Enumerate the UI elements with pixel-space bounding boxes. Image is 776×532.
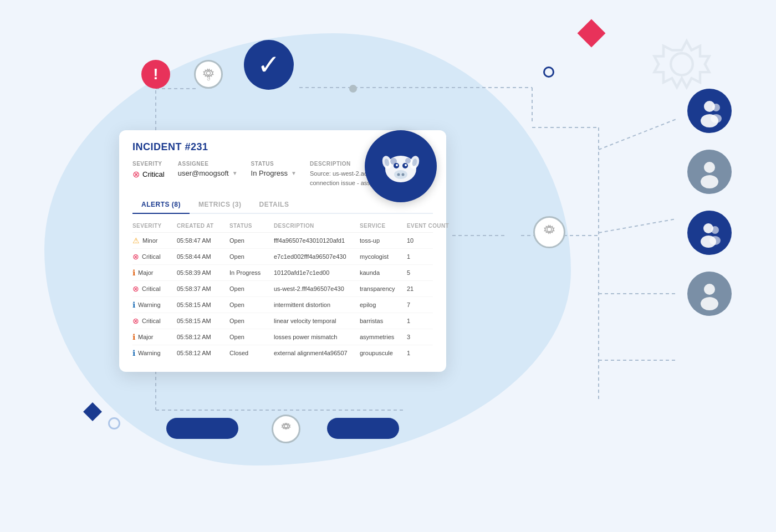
svg-point-23 — [701, 175, 718, 188]
scene: ! ↺ ✓ — [0, 0, 776, 532]
table-row[interactable]: ⊗ Critical 05:58:15 AM Open linear veloc… — [132, 313, 433, 329]
tab-details[interactable]: DETAILS — [251, 196, 298, 213]
severity-cell: ℹ Warning — [132, 349, 177, 357]
svg-point-42 — [390, 158, 397, 165]
severity-value: ⊗ Critical — [132, 169, 165, 180]
gear-circle-right-icon — [533, 216, 565, 248]
severity-field: SEVERITY ⊗ Critical — [132, 161, 165, 180]
severity-cell: ⚠ Minor — [132, 237, 177, 244]
critical-icon: ⊗ — [132, 253, 139, 260]
assignee-field: ASSIGNEE user@moogsoft ▼ — [178, 161, 238, 177]
gear-circle-1-icon: ↺ — [194, 60, 223, 89]
status-dropdown-arrow[interactable]: ▼ — [291, 170, 297, 176]
pill-button-1[interactable] — [166, 418, 238, 439]
exclamation-circle-icon: ! — [141, 60, 170, 89]
avatar-4 — [687, 272, 732, 316]
severity-cell: ℹ Major — [132, 333, 177, 341]
circle-outline-top-right — [543, 66, 554, 78]
avatar-1 — [687, 89, 732, 133]
major-icon: ℹ — [132, 333, 135, 341]
tab-metrics[interactable]: METRICS (3) — [190, 196, 251, 213]
svg-point-27 — [709, 236, 721, 245]
severity-label: SEVERITY — [132, 161, 165, 167]
checkmark-circle-icon: ✓ — [244, 40, 294, 90]
table-row[interactable]: ⚠ Minor 05:58:47 AM Open fff4a96507e4301… — [132, 233, 433, 249]
severity-cell: ℹ Warning — [132, 301, 177, 309]
cow-icon — [365, 130, 437, 202]
major-icon: ℹ — [132, 269, 135, 277]
svg-point-13 — [671, 53, 693, 75]
svg-point-38 — [405, 164, 407, 166]
table-row[interactable]: ℹ Warning 05:58:12 AM Closed external al… — [132, 345, 433, 361]
severity-cell: ⊗ Critical — [132, 253, 177, 260]
svg-point-37 — [396, 164, 398, 166]
svg-point-28 — [704, 284, 715, 295]
avatar-container — [687, 89, 732, 316]
warning-icon: ℹ — [132, 349, 135, 357]
assignee-value[interactable]: user@moogsoft ▼ — [178, 169, 238, 177]
avatar-3 — [687, 211, 732, 255]
small-dot — [349, 85, 357, 93]
svg-text:↺: ↺ — [207, 77, 211, 82]
avatar-2 — [687, 150, 732, 194]
table-row[interactable]: ℹ Major 05:58:12 AM Open losses power mi… — [132, 329, 433, 345]
diamond-pink-icon — [578, 19, 606, 48]
svg-point-43 — [405, 158, 411, 163]
circle-outline-bottom-left — [108, 417, 120, 429]
status-label: STATUS — [251, 161, 297, 167]
assignee-label: ASSIGNEE — [178, 161, 238, 167]
severity-cell: ⊗ Critical — [132, 285, 177, 293]
tab-alerts[interactable]: ALERTS (8) — [132, 196, 190, 213]
svg-point-29 — [701, 297, 718, 310]
table-row[interactable]: ℹ Warning 05:58:15 AM Open intermittent … — [132, 297, 433, 313]
svg-point-20 — [712, 104, 720, 111]
svg-line-8 — [599, 219, 676, 233]
minor-icon: ⚠ — [132, 237, 140, 244]
alerts-table: SEVERITY CREATED AT STATUS DESCRIPTION S… — [132, 221, 433, 361]
severity-cell: ℹ Major — [132, 269, 177, 277]
table-row[interactable]: ⊗ Critical 05:58:37 AM Open us-west-2.ff… — [132, 281, 433, 297]
severity-cell: ⊗ Critical — [132, 317, 177, 325]
critical-icon: ⊗ — [132, 317, 139, 325]
table-header: SEVERITY CREATED AT STATUS DESCRIPTION S… — [132, 221, 433, 233]
svg-point-22 — [704, 162, 715, 173]
critical-dot-icon: ⊗ — [132, 169, 140, 180]
svg-point-40 — [397, 173, 400, 176]
assignee-dropdown-arrow[interactable]: ▼ — [232, 170, 238, 176]
table-row[interactable]: ⊗ Critical 05:58:44 AM Open e7c1ed002fff… — [132, 249, 433, 265]
svg-point-39 — [394, 170, 407, 179]
status-field: STATUS In Progress ▼ — [251, 161, 297, 177]
svg-point-21 — [711, 114, 722, 123]
table-row[interactable]: ℹ Major 05:58:39 AM In Progress 10120afd… — [132, 265, 433, 281]
svg-point-41 — [402, 173, 405, 176]
gear-circle-bottom-icon — [272, 415, 300, 443]
diamond-blue-icon — [83, 402, 102, 421]
critical-icon: ⊗ — [132, 285, 139, 293]
warning-icon: ℹ — [132, 301, 135, 309]
pill-button-2[interactable] — [327, 418, 399, 439]
status-value[interactable]: In Progress ▼ — [251, 169, 297, 177]
svg-point-26 — [711, 226, 719, 234]
